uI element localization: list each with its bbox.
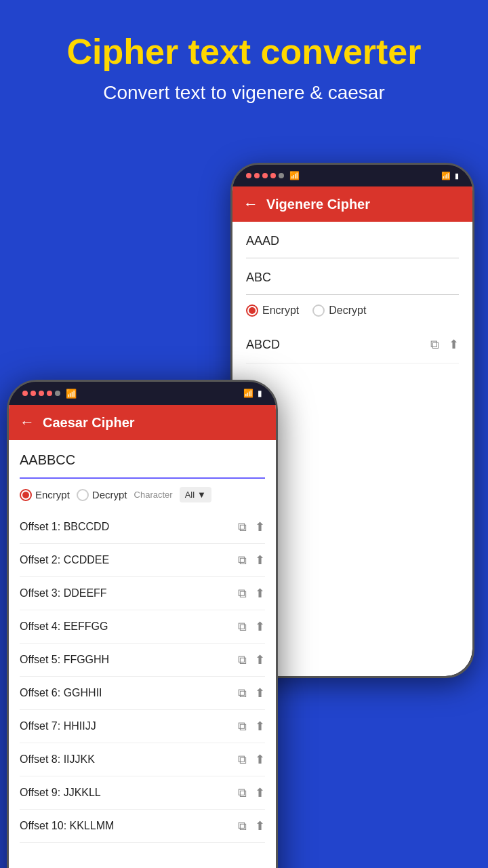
decrypt-radio-circle[interactable] xyxy=(312,304,325,317)
caesar-result-5: Offset 6: GGHHII ⧉ ⬆ xyxy=(20,677,265,710)
caesar-encrypt-circle[interactable] xyxy=(20,489,32,501)
result-actions-1: ⧉ ⬆ xyxy=(238,553,265,568)
caesar-bluetooth: 📶 xyxy=(243,389,253,398)
result-text-5: Offset 6: GGHHII xyxy=(20,687,102,699)
right-status: 📶 ▮ xyxy=(441,172,459,180)
phones-container: 📶 📶 ▮ ← Vigenere Cipher Encrypt xyxy=(0,149,488,868)
c-dot2 xyxy=(30,391,36,396)
caesar-right-status: 📶 ▮ xyxy=(243,389,262,398)
caesar-encrypt-label: Encrypt xyxy=(35,489,70,500)
vigenere-title: Vigenere Cipher xyxy=(266,197,370,212)
caesar-status-bar: 📶 📶 ▮ xyxy=(9,382,276,405)
caesar-decrypt-circle[interactable] xyxy=(77,489,89,501)
copy-7[interactable]: ⧉ xyxy=(238,753,247,767)
share-3[interactable]: ⬆ xyxy=(255,619,265,634)
caesar-radio-row: Encrypt Decrypt Character All ▼ xyxy=(20,479,265,511)
caesar-result-3: Offset 4: EEFFGG ⧉ ⬆ xyxy=(20,610,265,644)
vigenere-result-row: ABCD ⧉ ⬆ xyxy=(246,326,459,363)
status-dots: 📶 xyxy=(246,171,300,180)
share-8[interactable]: ⬆ xyxy=(255,785,265,800)
dot4 xyxy=(270,173,276,178)
copy-9[interactable]: ⧉ xyxy=(238,819,247,833)
caesar-result-1: Offset 2: CCDDEE ⧉ ⬆ xyxy=(20,544,265,577)
result-actions-7: ⧉ ⬆ xyxy=(238,752,265,767)
result-text-6: Offset 7: HHIIJJ xyxy=(20,720,96,732)
caesar-input[interactable] xyxy=(20,443,265,479)
copy-0[interactable]: ⧉ xyxy=(238,520,247,534)
wifi-status: 📶 xyxy=(289,171,300,180)
hero-subtitle: Convert text to vigenere & caesar xyxy=(0,82,488,104)
result-actions-8: ⧉ ⬆ xyxy=(238,785,265,800)
result-actions-6: ⧉ ⬆ xyxy=(238,719,265,734)
result-actions-3: ⧉ ⬆ xyxy=(238,619,265,634)
vigenere-radio-row: Encrypt Decrypt xyxy=(246,295,459,326)
copy-2[interactable]: ⧉ xyxy=(238,587,247,601)
encrypt-radio-circle[interactable] xyxy=(246,304,258,317)
caesar-result-4: Offset 5: FFGGHH ⧉ ⬆ xyxy=(20,644,265,677)
result-actions-4: ⧉ ⬆ xyxy=(238,652,265,667)
battery-icon: ▮ xyxy=(455,172,459,180)
chevron-down-icon: ▼ xyxy=(197,490,206,500)
c-dot4 xyxy=(47,391,52,396)
caesar-character-label: Character xyxy=(134,490,173,500)
copy-6[interactable]: ⧉ xyxy=(238,719,247,734)
caesar-content: Encrypt Decrypt Character All ▼ Offset 1… xyxy=(9,440,276,843)
caesar-decrypt-label: Decrypt xyxy=(92,489,127,500)
vigenere-back-arrow[interactable]: ← xyxy=(243,195,258,213)
phone-caesar: 📶 📶 ▮ ← Caesar Cipher Encrypt xyxy=(7,380,278,868)
dot1 xyxy=(246,173,251,178)
dot3 xyxy=(262,173,268,178)
vigenere-input1[interactable] xyxy=(246,224,459,258)
share-1[interactable]: ⬆ xyxy=(255,553,265,568)
caesar-wifi: 📶 xyxy=(66,389,77,399)
result-actions-5: ⧉ ⬆ xyxy=(238,686,265,701)
hero-title: Cipher text converter xyxy=(0,0,488,71)
caesar-result-7: Offset 8: IIJJKK ⧉ ⬆ xyxy=(20,743,265,776)
caesar-result-6: Offset 7: HHIIJJ ⧉ ⬆ xyxy=(20,710,265,743)
share-0[interactable]: ⬆ xyxy=(255,519,265,534)
vigenere-result-text: ABCD xyxy=(246,338,280,352)
result-actions-0: ⧉ ⬆ xyxy=(238,519,265,534)
share-4[interactable]: ⬆ xyxy=(255,652,265,667)
copy-8[interactable]: ⧉ xyxy=(238,786,247,800)
copy-5[interactable]: ⧉ xyxy=(238,686,247,701)
vigenere-encrypt-radio[interactable]: Encrypt xyxy=(246,304,299,317)
result-text-4: Offset 5: FFGGHH xyxy=(20,654,109,666)
share-2[interactable]: ⬆ xyxy=(255,586,265,601)
copy-3[interactable]: ⧉ xyxy=(238,620,247,634)
vigenere-copy-icon[interactable]: ⧉ xyxy=(430,338,439,352)
vigenere-header: ← Vigenere Cipher xyxy=(232,186,472,222)
caesar-result-0: Offset 1: BBCCDD ⧉ ⬆ xyxy=(20,511,265,544)
vigenere-input2[interactable] xyxy=(246,261,459,295)
share-5[interactable]: ⬆ xyxy=(255,686,265,701)
bluetooth-icon: 📶 xyxy=(441,172,451,180)
caesar-title: Caesar Cipher xyxy=(43,415,135,431)
share-6[interactable]: ⬆ xyxy=(255,719,265,734)
caesar-screen: ← Caesar Cipher Encrypt Decrypt Characte… xyxy=(9,405,276,868)
caesar-status-dots: 📶 xyxy=(22,389,77,399)
vigenere-share-icon[interactable]: ⬆ xyxy=(449,337,459,352)
c-dot5 xyxy=(55,391,60,396)
result-text-2: Offset 3: DDEEFF xyxy=(20,587,107,599)
caesar-encrypt-radio[interactable]: Encrypt xyxy=(20,489,70,501)
dot2 xyxy=(254,173,260,178)
all-label: All xyxy=(185,490,195,500)
dot5 xyxy=(279,173,284,178)
vigenere-action-icons: ⧉ ⬆ xyxy=(430,337,459,352)
caesar-header: ← Caesar Cipher xyxy=(9,405,276,440)
vigenere-decrypt-radio[interactable]: Decrypt xyxy=(312,304,366,317)
result-text-8: Offset 9: JJKKLL xyxy=(20,787,101,799)
share-7[interactable]: ⬆ xyxy=(255,752,265,767)
vigenere-decrypt-label: Decrypt xyxy=(329,304,366,317)
share-9[interactable]: ⬆ xyxy=(255,818,265,833)
caesar-decrypt-radio[interactable]: Decrypt xyxy=(77,489,127,501)
caesar-result-9: Offset 10: KKLLMM ⧉ ⬆ xyxy=(20,810,265,843)
caesar-battery: ▮ xyxy=(258,389,262,398)
result-actions-9: ⧉ ⬆ xyxy=(238,818,265,833)
result-text-0: Offset 1: BBCCDD xyxy=(20,521,109,533)
copy-4[interactable]: ⧉ xyxy=(238,653,247,667)
caesar-back-arrow[interactable]: ← xyxy=(20,414,35,431)
copy-1[interactable]: ⧉ xyxy=(238,553,247,568)
caesar-all-dropdown[interactable]: All ▼ xyxy=(180,487,211,502)
result-text-3: Offset 4: EEFFGG xyxy=(20,620,108,633)
